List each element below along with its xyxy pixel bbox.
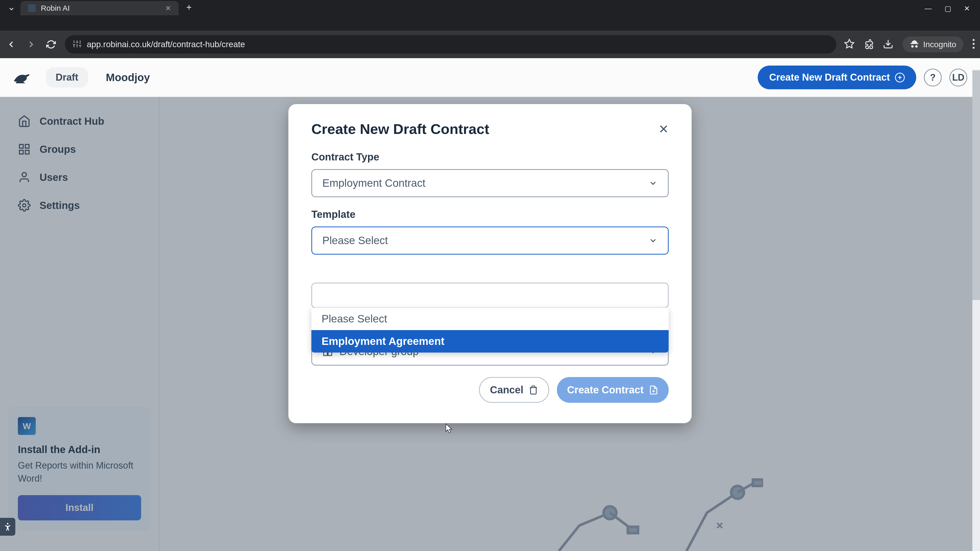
create-contract-button[interactable]: Create New Draft Contract +	[758, 65, 916, 89]
tab-close-icon[interactable]: ✕	[165, 4, 171, 13]
svg-point-11	[973, 43, 975, 45]
logo-icon[interactable]	[13, 70, 36, 85]
accessibility-button[interactable]	[0, 518, 15, 536]
browser-tab[interactable]: Robin AI ✕	[21, 1, 179, 15]
template-label: Template	[311, 209, 669, 220]
org-name: Moodjoy	[106, 71, 150, 84]
svg-point-29	[7, 523, 8, 524]
reload-button[interactable]	[45, 38, 57, 51]
template-select[interactable]: Please Select	[311, 227, 669, 254]
svg-marker-9	[845, 40, 854, 48]
svg-point-10	[973, 39, 975, 41]
file-plus-icon	[649, 385, 659, 395]
modal-title: Create New Draft Contract	[311, 121, 489, 137]
modal-close-button[interactable]: ✕	[659, 122, 669, 136]
tab-title: Robin AI	[41, 4, 160, 13]
field-contract-type: Contract Type Employment Contract	[311, 151, 669, 197]
downloads-icon[interactable]	[883, 38, 894, 50]
scrollbar[interactable]	[972, 69, 980, 551]
app-header: Draft Moodjoy Create New Draft Contract …	[0, 58, 980, 97]
url-bar[interactable]: app.robinai.co.uk/draft/contract-hub/cre…	[65, 35, 836, 54]
help-button[interactable]: ?	[924, 68, 942, 86]
minimize-icon[interactable]: —	[924, 4, 932, 13]
back-button[interactable]	[5, 38, 18, 51]
svg-point-12	[973, 47, 975, 49]
site-settings-icon[interactable]	[73, 39, 82, 49]
cursor-icon	[445, 424, 453, 433]
menu-icon[interactable]	[972, 39, 975, 50]
bookmark-icon[interactable]	[844, 38, 855, 50]
plus-circle-icon: +	[895, 73, 905, 83]
template-option-placeholder[interactable]: Please Select	[311, 308, 669, 330]
scrollbar-thumb[interactable]	[972, 70, 980, 300]
template-option-employment-agreement[interactable]: Employment Agreement	[311, 330, 669, 353]
field-template: Template Please Select Please Select Emp…	[311, 209, 669, 308]
incognito-label: Incognito	[923, 40, 956, 49]
accessibility-icon	[3, 522, 12, 531]
browser-chrome: Robin AI ✕ + — ▢ ✕	[0, 0, 980, 30]
chevron-down-icon	[649, 179, 658, 188]
contract-type-select[interactable]: Employment Contract	[311, 169, 669, 197]
new-tab-button[interactable]: +	[186, 2, 192, 15]
maximize-icon[interactable]: ▢	[945, 4, 951, 13]
contract-type-label: Contract Type	[311, 151, 669, 163]
window-controls: — ▢ ✕	[924, 4, 980, 15]
forward-button[interactable]	[25, 38, 37, 51]
close-window-icon[interactable]: ✕	[964, 4, 970, 13]
cancel-button[interactable]: Cancel	[479, 377, 549, 403]
avatar-button[interactable]: LD	[950, 68, 967, 86]
app-body: Contract Hub Groups Users Settings W Ins…	[0, 97, 980, 551]
modal-actions: Cancel Create Contract	[311, 377, 669, 403]
tab-search-dropdown[interactable]	[5, 3, 18, 15]
hidden-field-box[interactable]	[311, 283, 669, 308]
extensions-icon[interactable]	[864, 39, 874, 50]
chevron-down-icon	[649, 236, 658, 245]
incognito-badge[interactable]: Incognito	[902, 37, 963, 52]
template-dropdown: Please Select Employment Agreement	[311, 308, 669, 353]
create-contract-modal: Create New Draft Contract ✕ Contract Typ…	[288, 104, 692, 423]
trash-icon	[528, 385, 538, 395]
create-contract-submit-button[interactable]: Create Contract	[557, 377, 669, 403]
draft-badge[interactable]: Draft	[46, 67, 88, 87]
tab-favicon	[28, 4, 36, 12]
url-text: app.robinai.co.uk/draft/contract-hub/cre…	[87, 40, 245, 49]
browser-toolbar: app.robinai.co.uk/draft/contract-hub/cre…	[0, 30, 980, 58]
tab-strip: Robin AI ✕ + — ▢ ✕	[0, 0, 980, 15]
